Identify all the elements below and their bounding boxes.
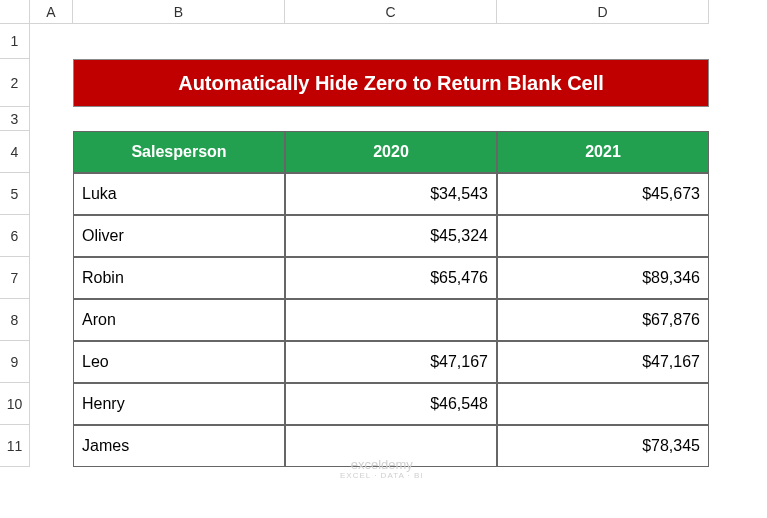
cell-name-0[interactable]: Luka: [73, 173, 285, 215]
cell-a3[interactable]: [30, 107, 73, 131]
cell-2021-1[interactable]: [497, 215, 709, 257]
col-header-b[interactable]: B: [73, 0, 285, 24]
cell-name-1[interactable]: Oliver: [73, 215, 285, 257]
cell-2020-4[interactable]: $47,167: [285, 341, 497, 383]
col-header-d[interactable]: D: [497, 0, 709, 24]
header-salesperson[interactable]: Salesperson: [73, 131, 285, 173]
row-header-3[interactable]: 3: [0, 107, 30, 131]
cell-c3[interactable]: [285, 107, 497, 131]
row-header-5[interactable]: 5: [0, 173, 30, 215]
cell-a5[interactable]: [30, 173, 73, 215]
row-header-1[interactable]: 1: [0, 24, 30, 59]
cell-a8[interactable]: [30, 299, 73, 341]
cell-2021-5[interactable]: [497, 383, 709, 425]
header-2021[interactable]: 2021: [497, 131, 709, 173]
cell-2021-6[interactable]: $78,345: [497, 425, 709, 467]
row-header-6[interactable]: 6: [0, 215, 30, 257]
cell-2020-1[interactable]: $45,324: [285, 215, 497, 257]
cell-a9[interactable]: [30, 341, 73, 383]
row-header-8[interactable]: 8: [0, 299, 30, 341]
cell-name-3[interactable]: Aron: [73, 299, 285, 341]
cell-2020-6[interactable]: [285, 425, 497, 467]
col-header-a[interactable]: A: [30, 0, 73, 24]
cell-a10[interactable]: [30, 383, 73, 425]
cell-name-6[interactable]: James: [73, 425, 285, 467]
header-2020[interactable]: 2020: [285, 131, 497, 173]
cell-a7[interactable]: [30, 257, 73, 299]
row-header-7[interactable]: 7: [0, 257, 30, 299]
cell-b3[interactable]: [73, 107, 285, 131]
spreadsheet-grid: A B C D 1 2 Automatically Hide Zero to R…: [0, 0, 767, 467]
cell-name-2[interactable]: Robin: [73, 257, 285, 299]
cell-2021-2[interactable]: $89,346: [497, 257, 709, 299]
cell-2021-0[interactable]: $45,673: [497, 173, 709, 215]
row-header-2[interactable]: 2: [0, 59, 30, 107]
cell-2020-5[interactable]: $46,548: [285, 383, 497, 425]
cell-2020-3[interactable]: [285, 299, 497, 341]
cell-2021-3[interactable]: $67,876: [497, 299, 709, 341]
cell-name-4[interactable]: Leo: [73, 341, 285, 383]
title-banner[interactable]: Automatically Hide Zero to Return Blank …: [73, 59, 709, 107]
cell-d3[interactable]: [497, 107, 709, 131]
row-header-4[interactable]: 4: [0, 131, 30, 173]
cell-a1[interactable]: [30, 24, 73, 59]
row-header-11[interactable]: 11: [0, 425, 30, 467]
cell-a4[interactable]: [30, 131, 73, 173]
cell-b1[interactable]: [73, 24, 285, 59]
corner-cell: [0, 0, 30, 24]
row-header-9[interactable]: 9: [0, 341, 30, 383]
cell-a11[interactable]: [30, 425, 73, 467]
cell-a6[interactable]: [30, 215, 73, 257]
cell-2020-2[interactable]: $65,476: [285, 257, 497, 299]
cell-2021-4[interactable]: $47,167: [497, 341, 709, 383]
cell-name-5[interactable]: Henry: [73, 383, 285, 425]
cell-a2[interactable]: [30, 59, 73, 107]
cell-c1[interactable]: [285, 24, 497, 59]
row-header-10[interactable]: 10: [0, 383, 30, 425]
cell-d1[interactable]: [497, 24, 709, 59]
cell-2020-0[interactable]: $34,543: [285, 173, 497, 215]
watermark-sub: EXCEL · DATA · BI: [340, 472, 424, 481]
col-header-c[interactable]: C: [285, 0, 497, 24]
